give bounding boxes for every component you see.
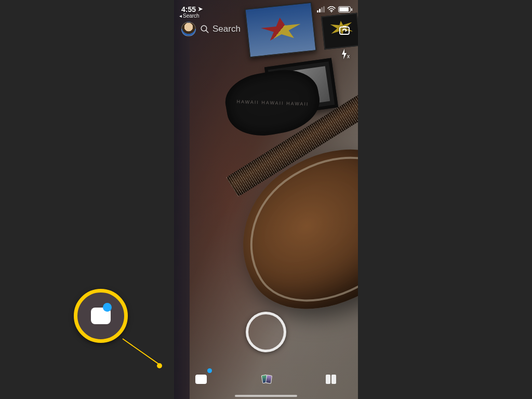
flip-camera-button[interactable] — [337, 23, 352, 37]
battery-icon — [338, 6, 351, 12]
camera-top-bar: Search — [174, 20, 358, 38]
status-time: 4:55 — [181, 5, 196, 14]
status-bar: 4:55 ➤ — [174, 0, 358, 17]
cell-signal-icon — [317, 7, 325, 12]
wifi-icon — [327, 6, 336, 12]
profile-avatar[interactable] — [181, 22, 196, 36]
notification-dot-icon — [207, 368, 212, 373]
notification-dot-icon — [103, 303, 112, 312]
svg-text:x: x — [347, 54, 350, 59]
flash-toggle-button[interactable]: x — [337, 47, 352, 61]
svg-rect-3 — [340, 27, 349, 34]
annotation-leader-line — [122, 338, 161, 366]
annotation-leader-end — [157, 363, 162, 368]
chat-icon — [195, 375, 207, 384]
search-placeholder: Search — [212, 24, 241, 34]
breadcrumb-back[interactable]: ◂ Search — [179, 13, 200, 19]
discover-icon — [326, 375, 336, 384]
search-icon — [200, 24, 209, 34]
chat-tab[interactable] — [192, 370, 210, 389]
location-services-icon: ➤ — [198, 6, 203, 12]
home-indicator[interactable] — [235, 395, 297, 397]
flash-off-icon: x — [338, 48, 351, 60]
breadcrumb-label: Search — [183, 13, 200, 19]
annotation-callout — [74, 289, 128, 343]
chevron-left-icon: ◂ — [179, 13, 182, 19]
capture-button[interactable] — [246, 312, 286, 352]
phone-screen: 4:55 ➤ ◂ Search Search x — [174, 0, 358, 399]
memories-tab[interactable] — [257, 370, 275, 389]
memories-icon — [260, 375, 272, 383]
search-button[interactable]: Search — [200, 24, 351, 34]
discover-tab[interactable] — [322, 370, 340, 389]
svg-point-0 — [331, 11, 332, 12]
flip-camera-icon — [338, 24, 351, 36]
bottom-nav — [174, 369, 358, 390]
svg-line-2 — [206, 30, 208, 33]
